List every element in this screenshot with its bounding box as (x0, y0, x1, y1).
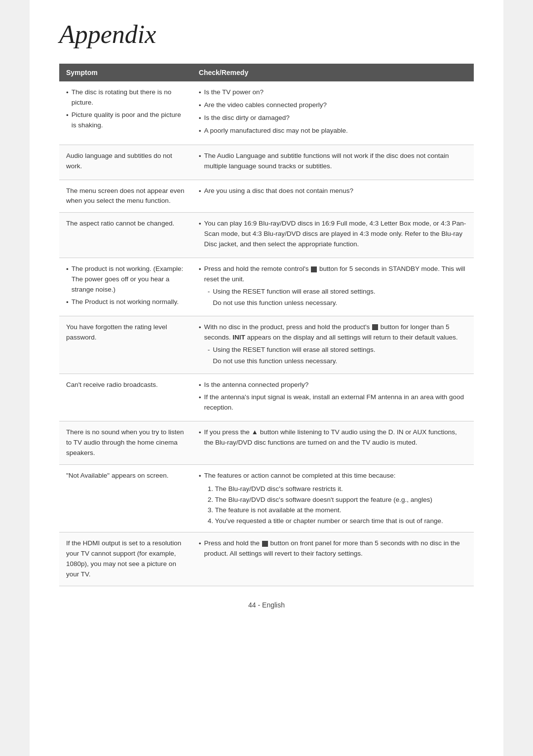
list-item: • Are the video cables connected properl… (199, 100, 467, 111)
list-item: • The disc is rotating but there is no p… (66, 87, 185, 108)
remedy-text: If you press the ▲ button while listenin… (204, 427, 467, 448)
remedy-text: Are you using a disc that does not conta… (204, 186, 467, 197)
bullet-icon: • (199, 380, 201, 391)
dash-icon: - (208, 287, 210, 297)
bullet-icon: • (199, 323, 201, 343)
remedy-text: Is the disc dirty or damaged? (204, 113, 467, 124)
numbered-list: 1. The Blu-ray/DVD disc's software restr… (208, 484, 467, 526)
bullet-icon: • (199, 151, 201, 172)
symptom-text: You have forgotten the rating level pass… (66, 323, 167, 341)
bullet-icon: • (199, 126, 201, 137)
symptom-text: Can't receive radio broadcasts. (66, 381, 158, 388)
table-row: • The disc is rotating but there is no p… (59, 81, 474, 145)
list-item: • A poorly manufactured disc may not be … (199, 126, 467, 137)
remedy-text: The Audio Language and subtitle function… (204, 151, 467, 172)
remedy-cell: • With no disc in the product, press and… (192, 316, 474, 374)
list-item: - Using the RESET function will erase al… (208, 345, 467, 355)
bullet-icon: • (199, 113, 201, 124)
bullet-icon: • (66, 265, 69, 295)
list-item: • The Product is not working normally. (66, 297, 185, 308)
symptom-cell: The menu screen does not appear even whe… (59, 180, 192, 213)
page-title: Appendix (59, 20, 474, 49)
remedy-text: 4. You've requested a title or chapter n… (208, 517, 443, 525)
remedy-text: Is the antenna connected properly? (204, 380, 467, 391)
remedy-text: Are the video cables connected properly? (204, 100, 467, 111)
list-item: • You can play 16:9 Blu-ray/DVD discs in… (199, 219, 467, 250)
page: Appendix Symptom Check/Remedy • The disc… (30, 0, 503, 756)
bullet-icon: • (199, 539, 201, 559)
bullet-icon: • (199, 471, 201, 482)
page-footer: 44 - English (59, 601, 474, 609)
remedy-text: 1. The Blu-ray/DVD disc's software restr… (208, 485, 343, 492)
list-item: • Are you using a disc that does not con… (199, 186, 467, 197)
table-row: • The product is not working. (Example: … (59, 258, 474, 316)
remedy-text: Is the TV power on? (204, 87, 467, 98)
symptom-text: If the HDMI output is set to a resolutio… (66, 539, 181, 578)
symptom-text: Audio language and subtitles do not work… (66, 152, 172, 170)
list-item: - Do not use this function unless necess… (208, 356, 467, 367)
square-icon (311, 266, 317, 272)
remedy-text: If the antenna's input signal is weak, i… (204, 392, 467, 413)
bullet-icon: • (199, 101, 201, 111)
symptom-text: The menu screen does not appear even whe… (66, 187, 184, 205)
remedy-subtext: Do not use this function unless necessar… (213, 298, 337, 308)
list-item: 3. The feature is not available at the m… (208, 505, 467, 516)
remedy-subtext: Do not use this function unless necessar… (213, 356, 337, 367)
remedy-subtext: Using the RESET function will erase all … (213, 287, 375, 297)
list-item: • The Audio Language and subtitle functi… (199, 151, 467, 172)
table-row: Can't receive radio broadcasts. • Is the… (59, 374, 474, 421)
list-item: • The product is not working. (Example: … (66, 264, 185, 295)
square-icon (372, 324, 378, 330)
bullet-icon: • (199, 265, 201, 285)
remedy-text: 2. The Blu-ray/DVD disc's software doesn… (208, 496, 432, 503)
table-row: If the HDMI output is set to a resolutio… (59, 532, 474, 586)
symptom-text: The Product is not working normally. (72, 297, 185, 308)
table-row: The menu screen does not appear even whe… (59, 180, 474, 213)
dash-icon: - (208, 345, 210, 355)
bullet-icon: • (199, 428, 201, 448)
symptom-cell: • The disc is rotating but there is no p… (59, 81, 192, 145)
remedy-cell: • The features or action cannot be compl… (192, 465, 474, 532)
table-row: The aspect ratio cannot be changed. • Yo… (59, 213, 474, 258)
bullet-icon: • (199, 187, 201, 197)
remedy-cell: • If you press the ▲ button while listen… (192, 421, 474, 465)
symptom-text: "Not Available" appears on screen. (66, 472, 168, 479)
remedy-cell: • Are you using a disc that does not con… (192, 180, 474, 213)
col-symptom-header: Symptom (59, 64, 192, 81)
list-item: • With no disc in the product, press and… (199, 322, 467, 343)
symptom-cell: "Not Available" appears on screen. (59, 465, 192, 532)
list-item: - Using the RESET function will erase al… (208, 287, 467, 297)
symptom-cell: The aspect ratio cannot be changed. (59, 213, 192, 258)
remedy-cell: • The Audio Language and subtitle functi… (192, 145, 474, 180)
bullet-icon: • (66, 111, 69, 131)
symptom-cell: You have forgotten the rating level pass… (59, 316, 192, 374)
remedy-text: With no disc in the product, press and h… (204, 322, 467, 343)
symptom-cell: • The product is not working. (Example: … (59, 258, 192, 316)
symptom-text: The disc is rotating but there is no pic… (72, 87, 185, 108)
remedy-text: Press and hold the remote control's butt… (204, 264, 467, 285)
remedy-subtext: Using the RESET function will erase all … (213, 345, 375, 355)
remedy-text: Press and hold the button on front panel… (204, 538, 467, 559)
remedy-cell: • Is the antenna connected properly? • I… (192, 374, 474, 421)
symptom-text: There is no sound when you try to listen… (66, 428, 184, 456)
symptom-text: Picture quality is poor and the picture … (72, 110, 185, 131)
list-item: • If the antenna's input signal is weak,… (199, 392, 467, 413)
bullet-icon: • (199, 88, 201, 98)
table-row: Audio language and subtitles do not work… (59, 145, 474, 180)
remedy-cell: • Press and hold the remote control's bu… (192, 258, 474, 316)
square-icon (262, 541, 268, 547)
list-item: - Do not use this function unless necess… (208, 298, 467, 308)
remedy-cell: • Is the TV power on? • Are the video ca… (192, 81, 474, 145)
bullet-icon: • (66, 298, 69, 308)
symptom-text: The product is not working. (Example: Th… (72, 264, 185, 295)
symptom-text: The aspect ratio cannot be changed. (66, 220, 174, 227)
list-item: 2. The Blu-ray/DVD disc's software doesn… (208, 494, 467, 505)
list-item: • Is the disc dirty or damaged? (199, 113, 467, 124)
bullet-icon: • (199, 219, 201, 250)
symptom-cell: Audio language and subtitles do not work… (59, 145, 192, 180)
remedy-text: The features or action cannot be complet… (204, 471, 467, 482)
list-item: 1. The Blu-ray/DVD disc's software restr… (208, 484, 467, 494)
remedy-cell: • Press and hold the button on front pan… (192, 532, 474, 586)
symptom-cell: There is no sound when you try to listen… (59, 421, 192, 465)
language: English (262, 601, 285, 609)
